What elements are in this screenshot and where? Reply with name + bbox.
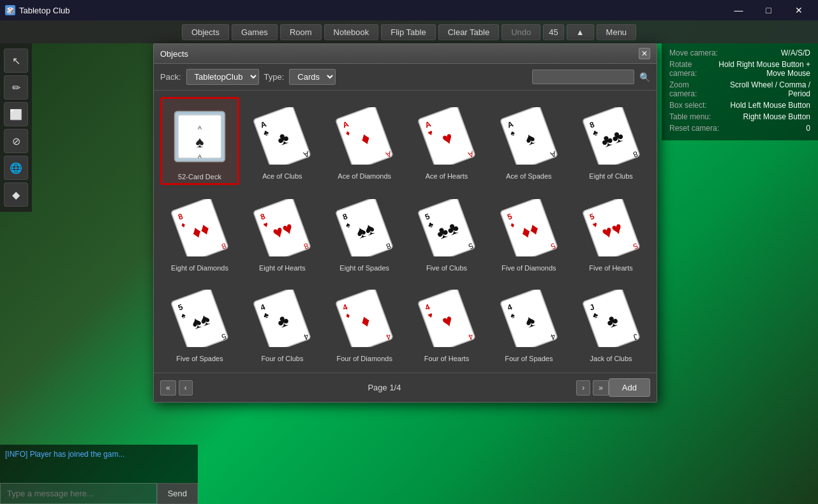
card-image-four-hearts: 4 ♥ ♥ 4 xyxy=(412,283,482,353)
first-page-btn[interactable]: « xyxy=(160,380,176,396)
svg-text:A: A xyxy=(198,124,202,131)
card-label-eight-diamonds: Eight of Diamonds xyxy=(171,264,228,272)
card-label-five-hearts: Five of Hearts xyxy=(589,264,632,272)
card-label-52-card-deck: 52-Card Deck xyxy=(178,173,221,181)
card-item-five-hearts[interactable]: 5 ♥ ♥♥ 5 Five of Hearts xyxy=(572,189,650,276)
pack-label: Pack: xyxy=(160,72,181,82)
help-move-val: W/A/S/D xyxy=(781,48,810,57)
chat-messages: [INFO] Player has joined the gam... xyxy=(0,445,198,483)
card-item-eight-hearts[interactable]: 8 ♥ ♥♥ 8 Eight of Hearts xyxy=(243,189,322,276)
undo-up-btn[interactable]: ▲ xyxy=(567,24,594,40)
card-image-eight-hearts: 8 ♥ ♥♥ 8 xyxy=(247,193,317,263)
page-navigation: « ‹ xyxy=(160,380,193,396)
clear-table-btn[interactable]: Clear Table xyxy=(438,24,500,40)
help-box-val: Hold Left Mouse Button xyxy=(731,101,810,110)
add-button[interactable]: Add xyxy=(609,378,650,397)
card-item-ace-spades[interactable]: A ♠ ♠ A Ace of Spades xyxy=(489,97,568,185)
card-item-52-card-deck[interactable]: A ♠ A 52-Card Deck xyxy=(160,97,239,185)
card-item-jack-clubs[interactable]: J ♣ ♣ J Jack of Clubs xyxy=(572,279,650,366)
card-image-five-hearts: 5 ♥ ♥♥ 5 xyxy=(576,193,646,263)
menu-btn-main[interactable]: Menu xyxy=(597,24,637,40)
select-tool-btn[interactable]: ↖ xyxy=(4,48,28,73)
card-label-eight-spades: Eight of Spades xyxy=(339,264,389,272)
page-navigation-next: › » xyxy=(576,380,609,396)
undo-btn[interactable]: Undo xyxy=(502,24,540,40)
draw-tool-btn[interactable]: ✏ xyxy=(4,75,28,100)
card-label-four-diamonds: Four of Diamonds xyxy=(336,355,392,362)
shape-tool-btn[interactable]: ⬜ xyxy=(4,102,28,126)
card-image-eight-diamonds: 8 ♦ ♦♦ 8 xyxy=(165,193,235,263)
type-select[interactable]: Cards xyxy=(289,69,336,85)
card-item-five-spades[interactable]: 5 ♠ ♠♠ 5 Five of Spades xyxy=(160,279,239,366)
card-item-ace-clubs[interactable]: A ♣ ♣ A Ace of Clubs xyxy=(243,97,322,185)
pack-select[interactable]: TabletopClub xyxy=(186,69,259,85)
card-image-four-spades: 4 ♠ ♠ 4 xyxy=(494,283,564,353)
dialog-close-button[interactable]: ✕ xyxy=(639,48,650,59)
help-box-label: Box select: xyxy=(669,101,707,110)
undo-count: 45 xyxy=(543,24,563,40)
dialog-titlebar: Objects ✕ xyxy=(154,44,657,64)
card-image-five-spades: 5 ♠ ♠♠ 5 xyxy=(165,283,235,353)
gem-tool-btn[interactable]: ◆ xyxy=(4,182,28,207)
last-page-btn[interactable]: » xyxy=(593,380,609,396)
search-input[interactable] xyxy=(532,70,634,84)
room-menu-btn[interactable]: Room xyxy=(280,24,322,40)
card-image-five-clubs: 5 ♣ ♣♣ 5 xyxy=(412,193,482,263)
card-item-eight-diamonds[interactable]: 8 ♦ ♦♦ 8 Eight of Diamonds xyxy=(160,189,239,276)
help-reset-label: Reset camera: xyxy=(669,124,719,133)
window-controls: — □ ✕ xyxy=(724,1,813,19)
chat-info-message: [INFO] Player has joined the gam... xyxy=(5,450,124,459)
card-item-five-diamonds[interactable]: 5 ♦ ♦♦ 5 Five of Diamonds xyxy=(489,189,568,276)
card-item-four-diamonds[interactable]: 4 ♦ ♦ 4 Four of Diamonds xyxy=(325,279,404,366)
next-page-btn[interactable]: › xyxy=(576,380,590,396)
help-zoom-label: Zoom camera: xyxy=(669,80,713,98)
menu-bar: Objects Games Room Notebook Flip Table C… xyxy=(0,20,818,43)
card-item-eight-clubs[interactable]: 8 ♣ ♣♣ 8 Eight of Clubs xyxy=(572,97,650,185)
minimize-button[interactable]: — xyxy=(724,1,753,19)
card-item-five-clubs[interactable]: 5 ♣ ♣♣ 5 Five of Clubs xyxy=(408,189,486,276)
flip-table-btn[interactable]: Flip Table xyxy=(381,24,435,40)
card-label-five-clubs: Five of Clubs xyxy=(426,264,467,272)
dialog-bottom: « ‹ Page 1/4 › » Add xyxy=(154,373,657,402)
card-label-five-diamonds: Five of Diamonds xyxy=(502,264,556,272)
card-image-eight-clubs: 8 ♣ ♣♣ 8 xyxy=(576,101,646,171)
card-label-ace-clubs: Ace of Clubs xyxy=(262,172,302,180)
card-image-ace-spades: A ♠ ♠ A xyxy=(494,101,564,171)
card-label-jack-clubs: Jack of Clubs xyxy=(590,355,632,362)
maximize-button[interactable]: □ xyxy=(754,1,783,19)
erase-tool-btn[interactable]: ⊘ xyxy=(4,129,28,153)
card-label-five-spades: Five of Spades xyxy=(176,355,223,362)
card-label-ace-spades: Ace of Spades xyxy=(506,172,552,180)
card-item-four-clubs[interactable]: 4 ♣ ♣ 4 Four of Clubs xyxy=(243,279,322,366)
card-item-four-hearts[interactable]: 4 ♥ ♥ 4 Four of Hearts xyxy=(408,279,486,366)
help-reset-val: 0 xyxy=(806,124,810,133)
objects-menu-btn[interactable]: Objects xyxy=(182,24,229,40)
search-icon-btn[interactable]: 🔍 xyxy=(639,72,650,82)
card-image-four-diamonds: 4 ♦ ♦ 4 xyxy=(329,283,399,353)
help-zoom-val: Scroll Wheel / Comma / Period xyxy=(718,80,810,98)
help-move-label: Move camera: xyxy=(669,48,718,57)
svg-text:A: A xyxy=(198,153,202,159)
card-item-ace-diamonds[interactable]: A ♦ ♦ A Ace of Diamonds xyxy=(325,97,404,185)
dialog-toolbar: Pack: TabletopClub Type: Cards 🔍 xyxy=(154,64,657,91)
card-label-ace-diamonds: Ace of Diamonds xyxy=(338,172,391,180)
cards-grid: A ♠ A 52-Card Deck A ♣ ♣ A Ace of Clubs … xyxy=(154,91,657,373)
games-menu-btn[interactable]: Games xyxy=(232,24,278,40)
card-label-four-clubs: Four of Clubs xyxy=(261,355,303,362)
card-item-four-spades[interactable]: 4 ♠ ♠ 4 Four of Spades xyxy=(489,279,568,366)
chat-send-button[interactable]: Send xyxy=(157,483,198,504)
title-bar: 🎲 Tabletop Club — □ ✕ xyxy=(0,0,818,20)
help-table-label: Table menu: xyxy=(669,112,711,121)
card-label-ace-hearts: Ace of Hearts xyxy=(426,172,468,180)
prev-page-btn[interactable]: ‹ xyxy=(179,380,193,396)
globe-tool-btn[interactable]: 🌐 xyxy=(4,156,28,180)
help-rotate-label: Rotate camera: xyxy=(669,60,707,78)
close-button[interactable]: ✕ xyxy=(784,1,813,19)
card-label-four-spades: Four of Spades xyxy=(505,355,553,362)
card-item-eight-spades[interactable]: 8 ♠ ♠♠ 8 Eight of Spades xyxy=(325,189,404,276)
app-title: Tabletop Club xyxy=(19,6,70,15)
notebook-menu-btn[interactable]: Notebook xyxy=(324,24,379,40)
card-item-ace-hearts[interactable]: A ♥ ♥ A Ace of Hearts xyxy=(408,97,486,185)
card-image-four-clubs: 4 ♣ ♣ 4 xyxy=(247,283,317,353)
chat-input[interactable] xyxy=(0,483,157,504)
